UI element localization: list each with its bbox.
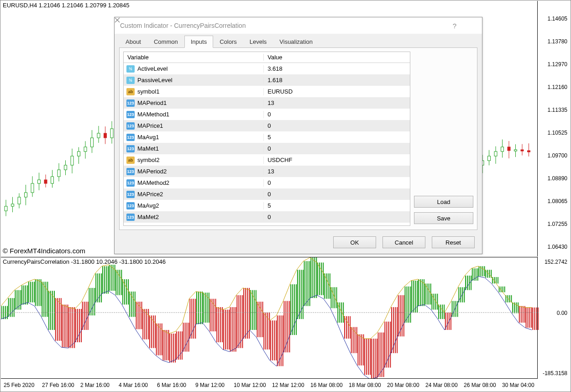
svg-rect-3 bbox=[11, 204, 14, 206]
svg-rect-147 bbox=[488, 156, 491, 161]
var-value[interactable]: 0 bbox=[264, 179, 410, 186]
input-row[interactable]: 123MAPrice20 bbox=[124, 188, 410, 200]
svg-rect-25 bbox=[84, 147, 87, 152]
load-button[interactable]: Load bbox=[414, 196, 473, 208]
price-tick: 1.08890 bbox=[548, 175, 567, 182]
var-name: MAPeriod1 bbox=[137, 99, 167, 106]
price-tick: 1.11335 bbox=[548, 107, 567, 113]
indicator-tick: 0.00 bbox=[557, 310, 567, 316]
var-name: MaAvg1 bbox=[137, 134, 159, 141]
indicator-tick: -185.3158 bbox=[543, 370, 567, 376]
time-tick: 4 Mar 16:00 bbox=[119, 382, 148, 388]
svg-rect-17 bbox=[58, 170, 60, 177]
svg-rect-13 bbox=[44, 180, 47, 183]
var-value[interactable]: USDCHF bbox=[264, 157, 410, 163]
table-header: Variable Value bbox=[124, 52, 410, 63]
input-row[interactable]: 123MAMethod10 bbox=[124, 109, 410, 120]
var-name: MAMethod2 bbox=[137, 179, 169, 186]
price-tick: 1.13780 bbox=[548, 38, 567, 45]
svg-rect-149 bbox=[494, 152, 497, 156]
tab-levels[interactable]: Levels bbox=[243, 36, 273, 47]
var-value[interactable]: 0 bbox=[264, 122, 410, 129]
input-row[interactable]: absymbol2USDCHF bbox=[124, 154, 410, 166]
type-icon: 123 bbox=[126, 111, 135, 118]
input-row[interactable]: absymbol1EURUSD bbox=[124, 86, 410, 97]
input-row[interactable]: 123MaMet10 bbox=[124, 143, 410, 154]
var-value[interactable]: 5 bbox=[264, 202, 410, 209]
var-value[interactable]: 0 bbox=[264, 191, 410, 198]
indicator-tick: 152.2742 bbox=[545, 259, 567, 265]
price-tick: 1.07255 bbox=[548, 221, 567, 227]
price-tick: 1.14605 bbox=[548, 16, 567, 22]
time-tick: 27 Feb 16:00 bbox=[42, 382, 74, 388]
reset-button[interactable]: Reset bbox=[432, 236, 475, 248]
input-row[interactable]: 123MAMethod20 bbox=[124, 177, 410, 188]
ok-button[interactable]: OK bbox=[333, 236, 376, 248]
time-tick: 2 Mar 16:00 bbox=[80, 382, 110, 388]
svg-rect-155 bbox=[514, 150, 517, 151]
svg-rect-31 bbox=[104, 133, 107, 138]
var-value[interactable]: 3.618 bbox=[264, 65, 410, 72]
var-value[interactable]: 0 bbox=[264, 145, 410, 152]
var-name: MAPrice2 bbox=[137, 191, 163, 198]
var-name: MaMet1 bbox=[137, 145, 159, 152]
indicator-panel[interactable]: CurrencyPairsCorrelation -31.1800 10.204… bbox=[1, 257, 538, 379]
var-value[interactable]: 0 bbox=[264, 111, 410, 118]
var-value[interactable]: 1.618 bbox=[264, 77, 410, 84]
help-button[interactable]: ? bbox=[445, 17, 464, 34]
var-name: ActiveLevel bbox=[137, 65, 168, 72]
var-value[interactable]: 13 bbox=[264, 168, 410, 175]
input-row[interactable]: 123MaMet20 bbox=[124, 211, 410, 223]
tab-visualization[interactable]: Visualization bbox=[273, 36, 319, 47]
type-icon: 123 bbox=[126, 191, 135, 198]
inputs-tab-body: Variable Value ½ActiveLevel3.618½Passive… bbox=[119, 47, 477, 230]
inputs-table[interactable]: Variable Value ½ActiveLevel3.618½Passive… bbox=[123, 52, 410, 226]
tab-common[interactable]: Common bbox=[147, 36, 184, 47]
dialog-tabs: AboutCommonInputsColorsLevelsVisualizati… bbox=[115, 34, 482, 47]
type-icon: 123 bbox=[126, 145, 135, 152]
input-row[interactable]: 123MaAvg15 bbox=[124, 131, 410, 143]
time-tick: 12 Mar 12:00 bbox=[272, 382, 304, 388]
close-button[interactable] bbox=[464, 17, 482, 34]
tab-inputs[interactable]: Inputs bbox=[184, 36, 213, 48]
svg-rect-151 bbox=[501, 147, 504, 152]
time-tick: 18 Mar 08:00 bbox=[349, 382, 381, 388]
var-name: MAPrice1 bbox=[137, 122, 163, 129]
type-icon: ½ bbox=[126, 77, 135, 84]
type-icon: ab bbox=[126, 157, 135, 164]
cancel-button[interactable]: Cancel bbox=[382, 236, 425, 248]
time-tick: 6 Mar 16:00 bbox=[157, 382, 186, 388]
price-tick: 1.08065 bbox=[548, 198, 567, 204]
input-row[interactable]: 123MAPeriod113 bbox=[124, 97, 410, 109]
side-buttons: Load Save bbox=[414, 52, 473, 226]
input-row[interactable]: 123MAPrice10 bbox=[124, 120, 410, 131]
tab-about[interactable]: About bbox=[119, 36, 147, 47]
input-row[interactable]: 123MaAvg25 bbox=[124, 200, 410, 211]
time-tick: 26 Mar 08:00 bbox=[464, 382, 496, 388]
dialog-titlebar[interactable]: Custom Indicator - CurrencyPairsCorrelat… bbox=[115, 17, 482, 34]
var-value[interactable]: 13 bbox=[264, 99, 410, 106]
input-row[interactable]: ½PassiveLevel1.618 bbox=[124, 74, 410, 86]
save-button[interactable]: Save bbox=[414, 212, 473, 224]
svg-rect-29 bbox=[97, 133, 100, 138]
input-row[interactable]: ½ActiveLevel3.618 bbox=[124, 63, 410, 74]
var-value[interactable]: EURUSD bbox=[264, 88, 410, 95]
price-axis: 1.146051.137801.129701.121601.113351.105… bbox=[538, 1, 570, 256]
svg-rect-7 bbox=[25, 193, 27, 197]
indicator-axis: 152.27420.00-185.3158 bbox=[538, 257, 570, 379]
type-icon: 123 bbox=[126, 202, 135, 209]
var-name: MaMet2 bbox=[137, 214, 159, 220]
var-name: MAPeriod2 bbox=[137, 168, 167, 175]
svg-rect-9 bbox=[31, 183, 34, 193]
dialog-footer: OK Cancel Reset bbox=[115, 235, 482, 255]
svg-rect-33 bbox=[110, 129, 113, 138]
price-tick: 1.09700 bbox=[548, 152, 567, 159]
input-row[interactable]: 123MAPeriod213 bbox=[124, 166, 410, 177]
tab-colors[interactable]: Colors bbox=[213, 36, 243, 47]
col-value[interactable]: Value bbox=[264, 54, 410, 61]
svg-rect-1 bbox=[5, 206, 7, 211]
type-icon: 123 bbox=[126, 122, 135, 130]
var-value[interactable]: 5 bbox=[264, 134, 410, 141]
var-value[interactable]: 0 bbox=[264, 214, 410, 220]
col-variable[interactable]: Variable bbox=[124, 54, 264, 61]
